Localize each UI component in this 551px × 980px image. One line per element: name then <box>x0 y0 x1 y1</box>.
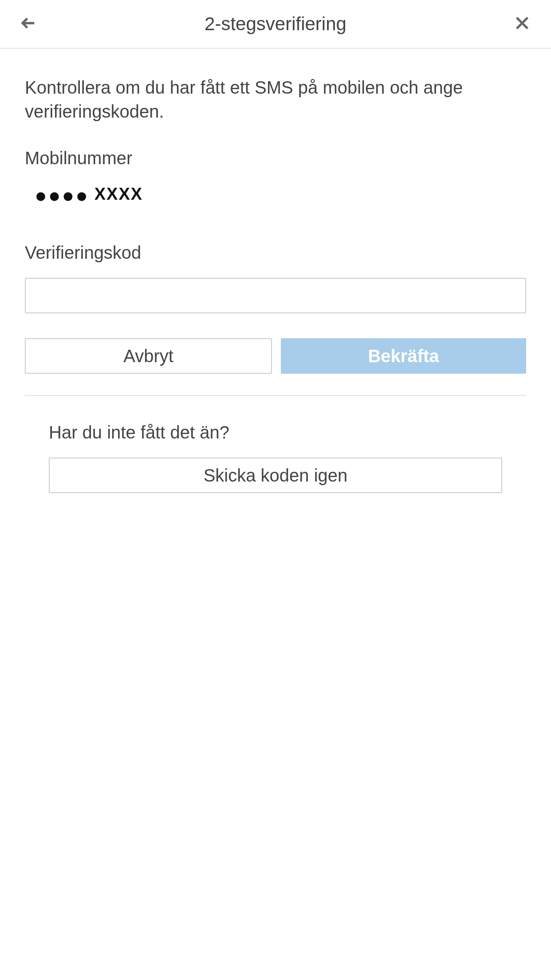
resend-prompt: Har du inte fått det än? <box>49 423 502 443</box>
close-icon <box>513 14 531 34</box>
phone-masked-x: XXXX <box>94 185 143 203</box>
phone-masked-value: ●●●● XXXX <box>25 183 526 207</box>
confirm-button[interactable]: Bekräfta <box>281 338 526 374</box>
page-header: 2-stegsverifiering <box>0 0 551 49</box>
cancel-button[interactable]: Avbryt <box>25 338 272 374</box>
instruction-text: Kontrollera om du har fått ett SMS på mo… <box>25 75 526 123</box>
arrow-left-icon <box>20 14 38 34</box>
divider <box>25 395 526 396</box>
resend-button[interactable]: Skicka koden igen <box>49 458 502 493</box>
verification-code-input[interactable] <box>25 278 526 313</box>
main-content: Kontrollera om du har fått ett SMS på mo… <box>0 49 551 493</box>
phone-label: Mobilnummer <box>25 148 526 168</box>
action-buttons: Avbryt Bekräfta <box>25 338 526 374</box>
code-label: Verifieringskod <box>25 243 526 263</box>
phone-masked-dots: ●●●● <box>35 184 89 207</box>
page-title: 2-stegsverifiering <box>205 13 346 35</box>
back-button[interactable] <box>18 13 40 35</box>
resend-section: Har du inte fått det än? Skicka koden ig… <box>25 423 526 493</box>
close-button[interactable] <box>511 13 533 35</box>
